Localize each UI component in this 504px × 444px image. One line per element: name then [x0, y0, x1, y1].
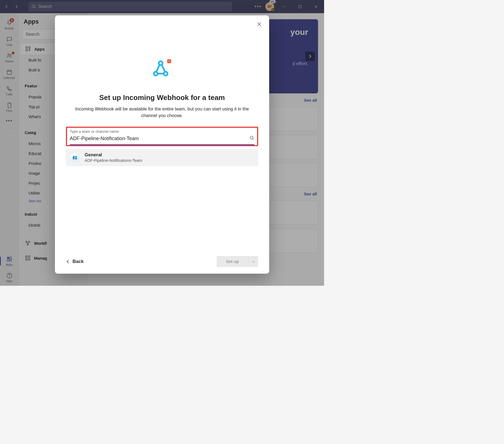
svg-rect-28 [76, 157, 77, 157]
team-search-field-highlight: Type a team or channel name [66, 127, 258, 146]
modal-overlay: Set up Incoming Webhook for a team Incom… [0, 0, 324, 286]
chevron-down-icon [252, 260, 255, 263]
close-icon [257, 22, 262, 27]
svg-rect-21 [168, 60, 171, 63]
svg-rect-26 [75, 156, 77, 159]
svg-rect-30 [76, 157, 77, 158]
chevron-left-icon [66, 260, 70, 263]
result-team-name: ADF-Pipeline-Notifications-Team [85, 158, 142, 163]
channel-result-item[interactable]: General ADF-Pipeline-Notifications-Team [66, 149, 258, 166]
svg-point-25 [250, 136, 253, 139]
dialog-title: Set up Incoming Webhook for a team [66, 93, 258, 102]
webhook-app-icon [66, 59, 258, 79]
team-search-input[interactable] [70, 135, 249, 143]
setup-button[interactable]: Set up [217, 256, 248, 267]
back-button[interactable]: Back [66, 259, 84, 264]
setup-webhook-dialog: Set up Incoming Webhook for a team Incom… [55, 15, 269, 274]
svg-rect-29 [76, 157, 76, 158]
dialog-close-button[interactable] [255, 20, 263, 28]
back-label: Back [73, 259, 84, 264]
team-search-label: Type a team or channel name [70, 129, 254, 134]
team-avatar-icon [70, 153, 80, 162]
svg-rect-27 [76, 157, 76, 157]
search-icon [249, 135, 254, 141]
dialog-subtitle: Incoming Webhook will be available for t… [74, 106, 250, 119]
result-channel-name: General [85, 152, 142, 158]
setup-dropdown-button[interactable] [248, 256, 258, 267]
